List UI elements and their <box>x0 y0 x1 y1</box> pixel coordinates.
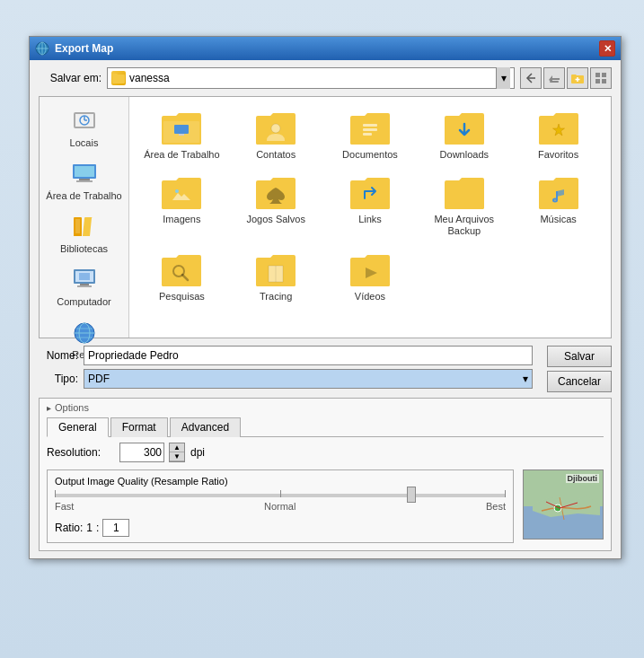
slider-labels: Fast Normal Best <box>55 501 506 512</box>
folder-contatos[interactable]: Contatos <box>231 104 322 165</box>
folder-jogos-salvos[interactable]: Jogos Salvos <box>231 169 322 241</box>
folder-label: Links <box>358 214 382 225</box>
quality-section: Output Image Quality (Resample Ratio) <box>47 469 604 543</box>
sidebar-label-locais: Locais <box>70 137 99 148</box>
options-section: Options General Format Advanced Resoluti… <box>39 398 612 551</box>
tab-general[interactable]: General <box>47 417 109 437</box>
view-button[interactable] <box>590 67 612 89</box>
folder-area-de-trabalho[interactable]: Área de Trabalho <box>137 104 227 165</box>
folder-label: Pesquisas <box>159 291 205 303</box>
svg-rect-35 <box>179 134 184 136</box>
cancel-button[interactable]: Cancelar <box>547 371 612 392</box>
folder-favoritos[interactable]: Favoritos <box>513 104 604 165</box>
sidebar-item-bibliotecas[interactable]: Bibliotecas <box>40 206 128 259</box>
folder-label: Jogos Salvos <box>246 214 304 225</box>
type-value: PDF <box>88 373 110 385</box>
svg-rect-48 <box>350 184 390 209</box>
sidebar-label-computador: Computador <box>57 296 111 307</box>
folder-label: Área de Trabalho <box>144 149 219 161</box>
label-fast: Fast <box>55 501 74 512</box>
options-title-text: Options <box>55 402 89 413</box>
folder-pesquisas[interactable]: Pesquisas <box>137 246 227 307</box>
name-type-section: Nome: Tipo: PDF ▾ Salvar Cancelar <box>39 346 612 392</box>
folder-videos[interactable]: Vídeos <box>325 246 416 307</box>
map-label: Djibouti <box>566 474 600 483</box>
svg-rect-26 <box>79 273 90 280</box>
folder-label: Documentos <box>342 149 398 161</box>
sidebar-label-bibliotecas: Bibliotecas <box>60 243 108 254</box>
sidebar-label-area-trabalho: Área de Trabalho <box>46 190 121 201</box>
spinner-down[interactable]: ▼ <box>170 452 184 461</box>
close-button[interactable]: ✕ <box>599 40 615 57</box>
sidebar-item-computador[interactable]: Computador <box>40 259 128 312</box>
svg-rect-21 <box>75 219 80 233</box>
svg-point-37 <box>271 124 280 133</box>
back-button[interactable] <box>520 67 542 89</box>
folder-documentos[interactable]: Documentos <box>325 104 416 165</box>
svg-rect-8 <box>595 73 600 77</box>
resolution-row: Resolution: ▲ ▼ dpi <box>47 443 604 462</box>
tick-left <box>55 490 56 497</box>
svg-rect-9 <box>602 73 606 77</box>
tick-center <box>280 490 281 497</box>
bibliotecas-icon <box>70 212 99 241</box>
resolution-label: Resolution: <box>47 446 114 459</box>
folder-imagens[interactable]: Imagens <box>137 169 227 241</box>
folder-label: Tracing <box>260 291 292 303</box>
type-label: Tipo: <box>39 373 78 385</box>
folder-label: Meu Arquivos Backup <box>423 214 505 237</box>
ratio-row: Ratio: 1 : <box>55 519 506 537</box>
computador-icon <box>70 265 99 294</box>
type-combo[interactable]: PDF ▾ <box>84 369 533 389</box>
area-trabalho-icon <box>70 159 99 188</box>
svg-rect-39 <box>363 124 377 127</box>
preview-map: Djibouti <box>523 469 604 540</box>
folder-musicas[interactable]: Músicas <box>513 169 604 241</box>
svg-rect-50 <box>539 184 578 209</box>
quality-group-label: Output Image Quality (Resample Ratio) <box>55 476 506 487</box>
save-in-combo[interactable]: vanessa ▾ <box>107 67 515 89</box>
folder-links[interactable]: Links <box>325 169 416 241</box>
locais-icon <box>70 106 99 135</box>
folder-label: Imagens <box>163 214 200 225</box>
options-title: Options <box>47 402 604 413</box>
folder-downloads[interactable]: Downloads <box>419 104 509 165</box>
file-toolbar <box>520 67 612 89</box>
svg-point-46 <box>175 189 179 193</box>
save-in-label: Salvar em: <box>39 72 101 84</box>
ratio-separator: : <box>96 522 99 534</box>
svg-rect-38 <box>350 119 390 145</box>
resolution-input[interactable] <box>119 443 164 462</box>
name-label: Nome: <box>39 349 78 362</box>
quality-slider-container: Fast Normal Best <box>55 494 506 512</box>
resolution-spinner: ▲ ▼ <box>169 443 185 462</box>
title-bar: Export Map ✕ <box>30 37 621 60</box>
ratio-left: 1 <box>86 522 93 534</box>
quality-group: Output Image Quality (Resample Ratio) <box>47 469 514 543</box>
slider-handle[interactable] <box>407 487 416 503</box>
tab-advanced[interactable]: Advanced <box>170 417 241 437</box>
svg-rect-5 <box>550 81 559 83</box>
sidebar-item-locais[interactable]: Locais <box>40 101 128 154</box>
new-folder-button[interactable] <box>567 67 588 89</box>
save-button[interactable]: Salvar <box>547 346 612 367</box>
svg-rect-20 <box>76 180 93 182</box>
up-folder-button[interactable] <box>543 67 565 89</box>
svg-rect-11 <box>602 79 606 83</box>
folder-icon <box>111 71 126 85</box>
sidebar-item-area-trabalho[interactable]: Área de Trabalho <box>40 154 128 206</box>
folder-tracing[interactable]: Tracing <box>231 246 322 307</box>
combo-dropdown-arrow[interactable]: ▾ <box>496 67 510 89</box>
file-main: Área de Trabalho Contatos <box>129 97 611 338</box>
ratio-input[interactable] <box>102 519 129 537</box>
type-combo-arrow[interactable]: ▾ <box>523 373 528 385</box>
folder-meu-arquivos-backup[interactable]: Meu Arquivos Backup <box>419 169 509 241</box>
tab-format[interactable]: Format <box>110 417 168 437</box>
dialog-content: Salvar em: vanessa ▾ <box>30 60 621 558</box>
spinner-up[interactable]: ▲ <box>170 443 184 452</box>
name-input[interactable] <box>84 346 533 365</box>
svg-rect-10 <box>595 79 600 83</box>
folder-label: Vídeos <box>355 291 385 303</box>
form-fields: Nome: Tipo: PDF ▾ <box>39 346 533 392</box>
ratio-label: Ratio: <box>55 522 83 534</box>
